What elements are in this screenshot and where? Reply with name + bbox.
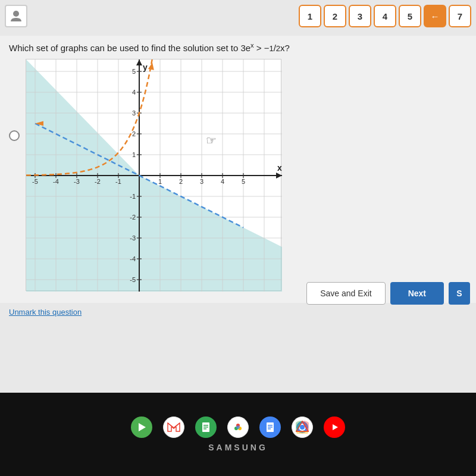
question-text: Which set of graphs can be used to find … bbox=[9, 42, 467, 53]
samsung-label: SAMSUNG bbox=[208, 443, 268, 452]
taskbar-blue-docs-icon[interactable] bbox=[259, 416, 281, 438]
question-nav: 1 2 3 4 5 ← 7 bbox=[299, 5, 471, 27]
nav-btn-back[interactable]: ← bbox=[424, 5, 446, 27]
taskbar-play-icon[interactable] bbox=[131, 416, 152, 438]
nav-btn-5[interactable]: 5 bbox=[399, 5, 421, 27]
person-icon bbox=[10, 10, 23, 23]
svg-point-9 bbox=[236, 425, 240, 429]
graph-wrapper bbox=[26, 59, 281, 291]
bottom-buttons: Save and Exit Next S bbox=[306, 282, 470, 305]
svg-rect-4 bbox=[203, 427, 208, 428]
taskbar-docs-icon[interactable] bbox=[195, 416, 217, 438]
svg-rect-13 bbox=[268, 428, 271, 430]
svg-marker-1 bbox=[139, 423, 146, 431]
unmark-question-link[interactable]: Unmark this question bbox=[9, 308, 82, 317]
nav-btn-7[interactable]: 7 bbox=[449, 5, 471, 27]
svg-point-16 bbox=[300, 425, 305, 430]
skip-button[interactable]: S bbox=[449, 282, 470, 305]
bezel-bottom: SAMSUNG bbox=[0, 393, 476, 476]
taskbar bbox=[131, 416, 345, 438]
svg-rect-12 bbox=[268, 427, 273, 428]
taskbar-gmail-icon[interactable] bbox=[163, 416, 184, 438]
nav-btn-4[interactable]: 4 bbox=[374, 5, 396, 27]
avatar-button[interactable] bbox=[5, 5, 27, 27]
svg-rect-11 bbox=[268, 425, 273, 426]
svg-rect-3 bbox=[203, 425, 208, 426]
graph-area bbox=[9, 59, 467, 291]
main-content: Which set of graphs can be used to find … bbox=[0, 36, 476, 303]
graph-canvas bbox=[26, 60, 282, 292]
answer-radio[interactable] bbox=[9, 130, 20, 141]
taskbar-chrome-icon[interactable] bbox=[292, 416, 313, 438]
next-button[interactable]: Next bbox=[390, 282, 444, 305]
nav-btn-3[interactable]: 3 bbox=[349, 5, 371, 27]
nav-btn-1[interactable]: 1 bbox=[299, 5, 321, 27]
save-exit-button[interactable]: Save and Exit bbox=[306, 282, 385, 305]
nav-btn-2[interactable]: 2 bbox=[324, 5, 346, 27]
svg-point-0 bbox=[13, 11, 19, 17]
taskbar-youtube-icon[interactable] bbox=[324, 416, 345, 438]
taskbar-photos-icon[interactable] bbox=[227, 416, 249, 438]
svg-rect-5 bbox=[203, 428, 206, 430]
